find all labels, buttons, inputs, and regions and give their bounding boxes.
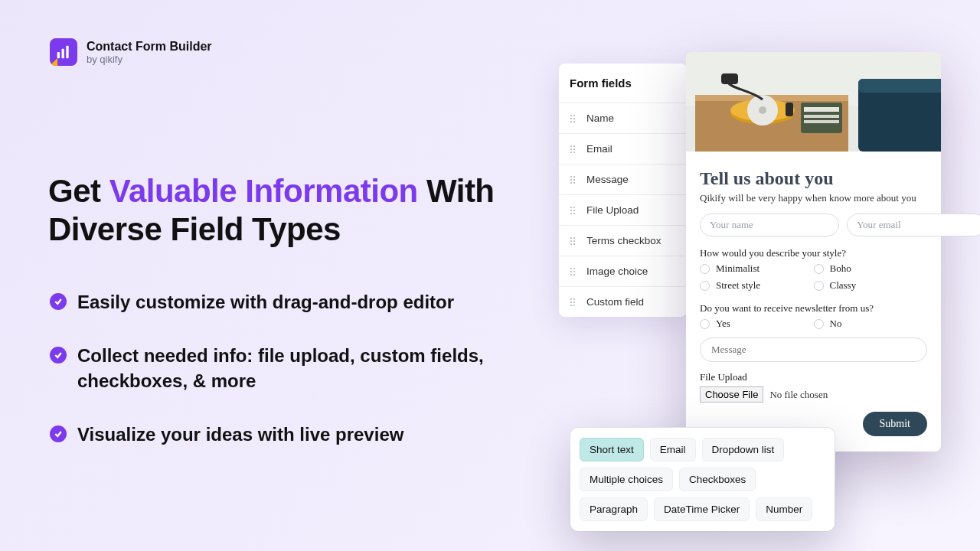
submit-button[interactable]: Submit — [863, 412, 927, 436]
svg-point-15 — [570, 176, 572, 178]
field-type-chip[interactable]: Short text — [580, 438, 644, 461]
check-icon — [50, 347, 67, 364]
question-newsletter: Do you want to receive newsletter from u… — [700, 302, 927, 315]
drag-handle-icon[interactable] — [570, 175, 577, 184]
option-label: Boho — [830, 262, 851, 275]
svg-rect-2 — [66, 46, 68, 59]
svg-point-25 — [570, 213, 572, 214]
svg-point-39 — [570, 298, 572, 300]
drag-handle-icon[interactable] — [570, 267, 577, 276]
svg-point-32 — [573, 243, 575, 245]
svg-rect-0 — [57, 52, 60, 58]
svg-point-12 — [573, 148, 575, 150]
style-option[interactable]: Boho — [814, 262, 928, 275]
question-style: How would you describe your style? — [700, 247, 927, 259]
svg-point-17 — [570, 179, 572, 181]
bullet-text: Collect needed info: file upload, custom… — [77, 343, 524, 394]
svg-point-7 — [570, 121, 572, 122]
svg-point-26 — [573, 213, 575, 214]
field-type-chip[interactable]: Dropdown list — [702, 438, 785, 461]
svg-point-13 — [570, 152, 572, 153]
bullet-item: Visualize your ideas with live preview — [50, 422, 524, 448]
svg-point-24 — [573, 210, 575, 211]
svg-point-19 — [570, 182, 572, 184]
form-fields-heading: Form fields — [559, 64, 687, 103]
headline-accent: Valuable Information — [109, 173, 418, 209]
form-field-item[interactable]: Message — [559, 164, 687, 194]
svg-point-30 — [573, 240, 575, 242]
form-field-item[interactable]: Terms checkbox — [559, 225, 687, 256]
svg-rect-53 — [804, 115, 839, 118]
svg-point-37 — [570, 274, 572, 276]
field-type-chip[interactable]: Multiple choices — [580, 468, 673, 491]
bullet-text: Easily customize with drag-and-drop edit… — [77, 289, 454, 315]
bullet-item: Collect needed info: file upload, custom… — [50, 343, 524, 394]
drag-handle-icon[interactable] — [570, 298, 577, 307]
form-field-item[interactable]: Email — [559, 133, 687, 164]
svg-point-16 — [573, 176, 575, 178]
drag-handle-icon[interactable] — [570, 206, 577, 215]
no-file-text: No file chosen — [769, 389, 828, 401]
field-label: Email — [586, 143, 612, 155]
form-preview-card: Tell us about you Qikify will be very ha… — [686, 52, 941, 452]
brand-subtitle: by qikify — [87, 54, 212, 65]
page-headline: Get Valuable Information With Diverse Fi… — [48, 172, 531, 248]
name-input[interactable] — [700, 214, 839, 236]
field-label: File Upload — [586, 204, 639, 216]
svg-point-21 — [570, 207, 572, 208]
form-field-item[interactable]: Name — [559, 103, 687, 133]
svg-point-4 — [573, 115, 575, 116]
feature-bullets: Easily customize with drag-and-drop edit… — [50, 289, 524, 447]
svg-point-6 — [573, 118, 575, 119]
drag-handle-icon[interactable] — [570, 236, 577, 246]
form-field-item[interactable]: Image choice — [559, 256, 687, 286]
email-input[interactable] — [847, 214, 980, 236]
style-option[interactable]: Classy — [814, 279, 928, 292]
field-label: Custom field — [586, 296, 644, 308]
field-label: Name — [586, 112, 614, 124]
svg-point-36 — [573, 271, 575, 272]
field-type-chip[interactable]: DateTime Picker — [654, 497, 750, 521]
svg-point-44 — [573, 305, 575, 306]
field-type-chip[interactable]: Email — [650, 438, 696, 461]
choose-file-button[interactable]: Choose File — [700, 386, 763, 403]
svg-point-8 — [573, 121, 575, 122]
preview-title: Tell us about you — [700, 168, 927, 189]
svg-point-43 — [570, 305, 572, 306]
svg-point-35 — [570, 271, 572, 272]
style-option[interactable]: Minimalist — [700, 262, 814, 275]
svg-point-27 — [570, 237, 572, 239]
drag-handle-icon[interactable] — [570, 145, 577, 154]
style-option[interactable]: Street style — [700, 279, 814, 292]
svg-rect-59 — [721, 73, 738, 84]
svg-rect-52 — [804, 107, 839, 112]
check-icon — [50, 293, 67, 310]
svg-point-41 — [570, 302, 572, 303]
field-type-chip[interactable]: Checkboxes — [679, 468, 756, 491]
newsletter-option[interactable]: Yes — [700, 318, 814, 330]
message-input[interactable] — [700, 337, 927, 362]
svg-point-20 — [573, 182, 575, 184]
svg-point-9 — [570, 145, 572, 147]
form-field-item[interactable]: Custom field — [559, 286, 687, 317]
bullet-text: Visualize your ideas with live preview — [77, 422, 403, 448]
option-label: Street style — [716, 279, 760, 292]
radio-icon — [700, 281, 710, 291]
field-type-chip[interactable]: Number — [756, 497, 812, 521]
svg-point-58 — [759, 106, 766, 114]
newsletter-option[interactable]: No — [814, 318, 928, 330]
svg-rect-60 — [786, 103, 793, 116]
svg-point-14 — [573, 152, 575, 153]
drag-handle-icon[interactable] — [570, 114, 577, 123]
brand: Contact Form Builder by qikify — [50, 38, 212, 66]
option-label: Yes — [716, 318, 730, 330]
field-type-chip[interactable]: Paragraph — [580, 497, 648, 521]
svg-rect-48 — [858, 79, 941, 93]
radio-icon — [700, 264, 710, 274]
svg-rect-54 — [804, 120, 839, 123]
preview-subtitle: Qikify will be very happy when know more… — [700, 192, 927, 204]
svg-point-33 — [570, 268, 572, 269]
svg-point-10 — [573, 145, 575, 147]
form-field-item[interactable]: File Upload — [559, 194, 687, 225]
svg-point-11 — [570, 148, 572, 150]
